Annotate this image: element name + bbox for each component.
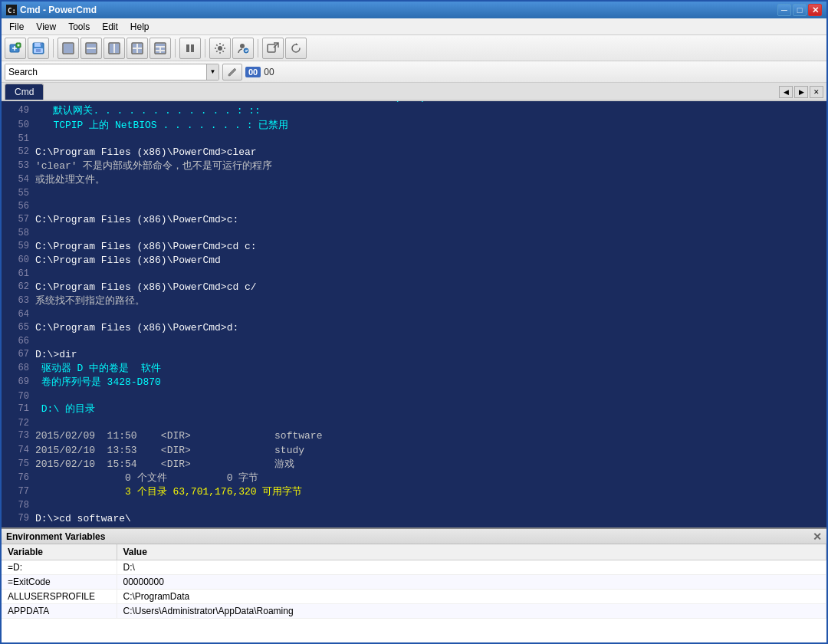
refresh-button[interactable] xyxy=(285,38,307,59)
line-number: 77 xyxy=(5,485,29,499)
line-number: 64 xyxy=(5,308,29,321)
tab-prev-button[interactable]: ◀ xyxy=(779,86,793,98)
terminal-line: 52C:\Program Files (x86)\PowerCmd>clear xyxy=(5,146,823,159)
line-content: D:\ 的目录 xyxy=(35,402,95,416)
terminal-line: 752015/02/10 15:54 <DIR> 游戏 xyxy=(5,458,823,472)
terminal-line: 51 xyxy=(5,133,823,146)
save-button[interactable] xyxy=(28,38,49,59)
line-number: 54 xyxy=(5,173,29,187)
line-number: 60 xyxy=(5,254,29,268)
line-number: 63 xyxy=(5,294,29,308)
svg-point-36 xyxy=(244,48,248,53)
line-content: C:\Program Files (x86)\PowerCmd>clear xyxy=(35,146,257,159)
match-label: 00 xyxy=(264,67,274,77)
terminal-line: 62C:\Program Files (x86)\PowerCmd>cd c/ xyxy=(5,281,823,294)
line-number: 76 xyxy=(5,472,29,485)
run-as-button[interactable] xyxy=(232,38,254,59)
tab-close-button[interactable]: ✕ xyxy=(810,86,823,98)
menu-file[interactable]: File xyxy=(3,20,30,34)
terminal-line: 58 xyxy=(5,227,823,240)
tab-cmd[interactable]: Cmd xyxy=(5,84,44,100)
menu-help[interactable]: Help xyxy=(124,20,156,34)
titlebar-title: Cmd - PowerCmd xyxy=(20,5,97,15)
env-row[interactable]: ALLUSERSPROFILEC:\ProgramData xyxy=(2,590,826,604)
terminal-line: 63系统找不到指定的路径。 xyxy=(5,294,823,308)
terminal-line: 77 3 个目录 63,701,176,320 可用字节 xyxy=(5,485,823,499)
line-number: 50 xyxy=(5,119,29,133)
svg-point-34 xyxy=(218,46,222,51)
search-input[interactable] xyxy=(5,64,206,80)
env-value: 00000000 xyxy=(117,575,826,590)
env-variable: ALLUSERSPROFILE xyxy=(2,590,117,604)
line-content: C:\Program Files (x86)\PowerCmd>d: xyxy=(35,321,238,335)
env-panel: Environment Variables ✕ Variable Value =… xyxy=(2,527,826,642)
titlebar-controls: ─ □ ✕ xyxy=(777,4,822,16)
search-pencil-button[interactable] xyxy=(222,64,242,80)
line-number: 55 xyxy=(5,187,29,200)
new-tab-button[interactable] xyxy=(5,38,26,59)
toolbar xyxy=(2,35,826,61)
layout3-button[interactable] xyxy=(104,38,125,59)
line-number: 79 xyxy=(5,512,29,526)
svg-rect-25 xyxy=(138,49,142,53)
searchbar: ▼ 00 00 xyxy=(2,61,826,83)
main-window: C: Cmd - PowerCmd ─ □ ✕ File View Tools … xyxy=(0,0,828,644)
line-content: TCPIP 上的 NetBIOS . . . . . . . : 已禁用 xyxy=(35,119,288,133)
terminal-line: 53'clear' 不是内部或外部命令，也不是可运行的程序 xyxy=(5,159,823,173)
maximize-button[interactable]: □ xyxy=(793,4,807,16)
line-content: 0 个文件 0 字节 xyxy=(35,472,258,485)
terminal-line: 60C:\Program Files (x86)\PowerCmd xyxy=(5,254,823,268)
line-number: 73 xyxy=(5,429,29,443)
layout1-button[interactable] xyxy=(58,38,79,59)
terminal-line: 59C:\Program Files (x86)\PowerCmd>cd c: xyxy=(5,240,823,254)
layout2-button[interactable] xyxy=(80,38,102,59)
line-content: 2015/02/10 15:54 <DIR> 游戏 xyxy=(35,458,294,472)
tabs: Cmd xyxy=(5,84,45,100)
menu-view[interactable]: View xyxy=(30,20,62,34)
tab-next-button[interactable]: ▶ xyxy=(794,86,808,98)
line-number: 53 xyxy=(5,159,29,173)
terminal-area[interactable]: 47 IPv6 地址 . . . . . . . . . . . : 2001:… xyxy=(2,101,826,527)
env-close-button[interactable]: ✕ xyxy=(813,531,822,543)
env-row[interactable]: =ExitCode00000000 xyxy=(2,575,826,590)
layout4-button[interactable] xyxy=(127,38,148,59)
line-number: 70 xyxy=(5,390,29,403)
env-header: Environment Variables ✕ xyxy=(2,529,826,544)
env-variable: APPDATA xyxy=(2,604,117,619)
line-number: 51 xyxy=(5,133,29,146)
line-content: D:\>dir xyxy=(35,348,77,362)
separator-3 xyxy=(205,39,205,58)
terminal-line: 49 默认网关. . . . . . . . . . . . : :: xyxy=(5,104,823,118)
svg-text:C:: C: xyxy=(8,7,16,15)
line-number: 74 xyxy=(5,444,29,458)
svg-rect-19 xyxy=(110,44,113,53)
line-content: 3 个目录 63,701,176,320 可用字节 xyxy=(35,485,302,499)
line-number: 59 xyxy=(5,240,29,254)
line-content: C:\Program Files (x86)\PowerCmd xyxy=(35,254,221,268)
env-value: D:\ xyxy=(117,560,826,575)
line-number: 49 xyxy=(5,104,29,118)
external-button[interactable] xyxy=(262,38,284,59)
svg-rect-17 xyxy=(87,49,96,53)
close-button[interactable]: ✕ xyxy=(808,4,822,16)
pause-button[interactable] xyxy=(179,38,201,59)
terminal-line: 65C:\Program Files (x86)\PowerCmd>d: xyxy=(5,321,823,335)
env-table-wrapper[interactable]: Variable Value =D:D:\=ExitCode00000000AL… xyxy=(2,544,826,642)
layout5-button[interactable] xyxy=(150,38,171,59)
settings-button[interactable] xyxy=(209,38,231,59)
menu-edit[interactable]: Edit xyxy=(96,20,124,34)
env-row[interactable]: APPDATAC:\Users\Administrator\AppData\Ro… xyxy=(2,604,826,619)
separator-2 xyxy=(175,39,176,58)
line-content: 2015/02/09 11:50 <DIR> software xyxy=(35,429,322,443)
col-header-value: Value xyxy=(117,544,826,560)
minimize-button[interactable]: ─ xyxy=(777,4,791,16)
svg-rect-30 xyxy=(156,51,159,53)
line-number: 68 xyxy=(5,362,29,376)
search-dropdown-button[interactable]: ▼ xyxy=(206,64,219,80)
line-content: D:\>cd software\ xyxy=(35,512,131,526)
match-display: 00 00 xyxy=(245,67,274,77)
env-row[interactable]: =D:D:\ xyxy=(2,560,826,575)
menu-tools[interactable]: Tools xyxy=(62,20,96,34)
line-number: 57 xyxy=(5,213,29,227)
env-title: Environment Variables xyxy=(6,531,105,542)
